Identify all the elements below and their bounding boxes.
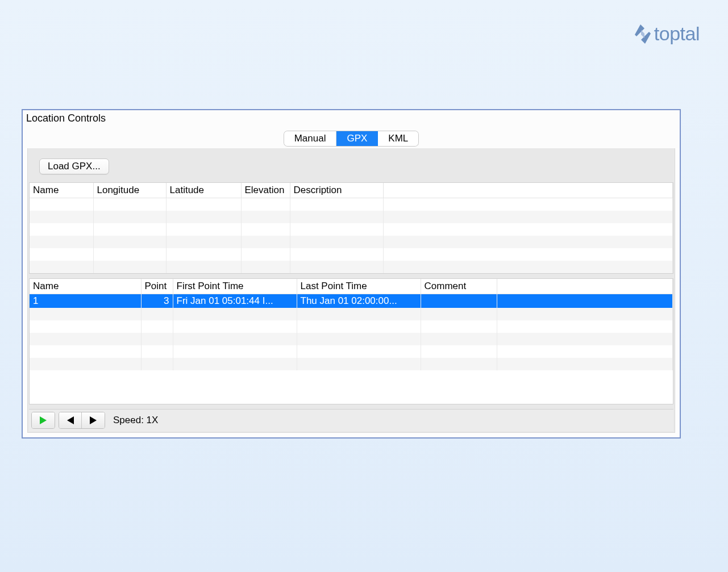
toptal-logo: toptal <box>635 23 700 45</box>
col-spacer <box>497 279 673 294</box>
step-back-button[interactable] <box>59 412 82 428</box>
table-header-row: Name Point First Point Time Last Point T… <box>30 279 673 294</box>
svg-marker-5 <box>90 416 97 424</box>
step-forward-button[interactable] <box>82 412 105 428</box>
table-row[interactable] <box>30 248 673 261</box>
play-button[interactable] <box>32 412 55 428</box>
step-group <box>59 412 105 429</box>
panel-title: Location Controls <box>23 110 680 127</box>
col-point[interactable]: Point <box>141 279 173 294</box>
col-elevation[interactable]: Elevation <box>241 183 290 198</box>
col-name[interactable]: Name <box>30 183 93 198</box>
step-forward-icon <box>89 416 98 425</box>
table-row[interactable] <box>30 320 673 333</box>
cell-comment <box>421 294 497 308</box>
table-row[interactable] <box>30 223 673 236</box>
table-row[interactable] <box>30 333 673 345</box>
step-back-icon <box>66 416 75 425</box>
load-row: Load GPX... <box>29 156 673 182</box>
table-row[interactable] <box>30 211 673 223</box>
col-longitude[interactable]: Longitude <box>93 183 166 198</box>
table-row[interactable] <box>30 198 673 211</box>
table-header-row: Name Longitude Latitude Elevation Descri… <box>30 183 673 198</box>
cell-point: 3 <box>141 294 173 308</box>
table-row[interactable] <box>30 358 673 370</box>
waypoints-table[interactable]: Name Longitude Latitude Elevation Descri… <box>29 182 673 274</box>
cell-first: Fri Jan 01 05:01:44 I... <box>173 294 297 308</box>
svg-marker-4 <box>67 416 74 424</box>
table-row[interactable] <box>30 345 673 358</box>
svg-marker-3 <box>40 416 47 424</box>
col-name[interactable]: Name <box>30 279 141 294</box>
table-row[interactable] <box>30 261 673 273</box>
table-row[interactable] <box>30 236 673 248</box>
play-group <box>31 412 55 429</box>
tab-manual[interactable]: Manual <box>284 131 337 146</box>
col-spacer <box>383 183 673 198</box>
cell-name: 1 <box>30 294 141 308</box>
col-latitude[interactable]: Latitude <box>166 183 241 198</box>
tab-content: Load GPX... Name Longitude Latitude Elev… <box>27 148 675 433</box>
tab-gpx[interactable]: GPX <box>336 131 378 146</box>
cell-last: Thu Jan 01 02:00:00... <box>297 294 421 308</box>
tracks-table[interactable]: Name Point First Point Time Last Point T… <box>29 278 673 405</box>
tab-kml[interactable]: KML <box>378 131 418 146</box>
speed-label: Speed: 1X <box>109 415 158 426</box>
col-description[interactable]: Description <box>290 183 383 198</box>
table-row[interactable]: 1 3 Fri Jan 01 05:01:44 I... Thu Jan 01 … <box>30 294 673 308</box>
col-comment[interactable]: Comment <box>421 279 497 294</box>
tab-bar: Manual GPX KML <box>23 127 680 148</box>
load-gpx-button[interactable]: Load GPX... <box>39 158 109 174</box>
segmented-control: Manual GPX KML <box>284 131 419 146</box>
table-row[interactable] <box>30 308 673 320</box>
brand-name: toptal <box>654 23 700 45</box>
playback-bar: Speed: 1X <box>29 409 673 431</box>
toptal-icon <box>635 24 651 44</box>
col-last-point-time[interactable]: Last Point Time <box>297 279 421 294</box>
svg-marker-2 <box>641 30 644 38</box>
location-controls-panel: Location Controls Manual GPX KML Load GP… <box>22 109 681 439</box>
col-first-point-time[interactable]: First Point Time <box>173 279 297 294</box>
play-icon <box>39 416 48 425</box>
